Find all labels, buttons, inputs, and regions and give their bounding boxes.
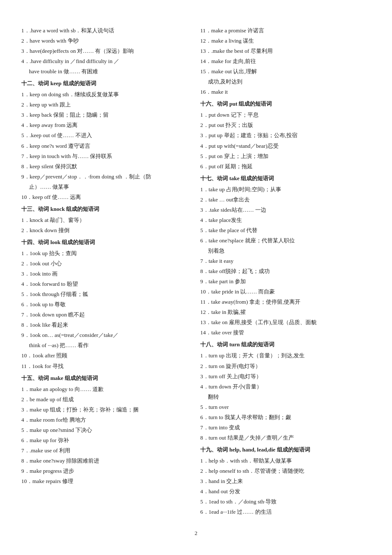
list-item: 14．make for 走向,前往 [200,56,371,66]
list-item: 5．put on 穿上；上演；增加 [200,151,371,161]
list-item: 10．keep off 使…… 远离 [21,192,192,202]
page-number: 2 [21,530,371,537]
list-item: 9．1ook on… as(=treat／consider／take／ [21,330,192,340]
section-header: 十七、动词 take 组成的短语词 [200,173,371,184]
list-item: 3．.take sides站在…… 一边 [200,205,371,215]
list-item: 别着急 [200,246,371,256]
list-item: 8．turn out 结果是／失掉／查明／生产 [200,433,371,443]
list-item: 5．make up one?smind 下决心 [21,425,192,435]
list-item: think of ···as) 把…… 看作 [21,340,192,351]
list-item: 2．be made up of 组成 [21,394,192,405]
list-item: 2．turn on 旋开(电灯等） [200,361,371,371]
list-item: 1．help sb．with sth．帮助某人做某事 [200,456,371,466]
list-item: 2．help oneself to sth．尽管请便；请随便吃 [200,466,371,476]
list-item: 成功,及时达到 [200,77,371,87]
list-item: 2．keep up with 跟上 [21,100,192,110]
list-item: 7．take it easy [200,256,371,266]
list-item: 7．turn into 变成 [200,423,371,433]
list-item: 8．make one?sway 排除困难前进 [21,456,192,466]
list-item: 6．take one?splace 就座；代替某人职位 [200,236,371,246]
list-item: have trouble in 做…… 有困难 [21,66,192,77]
list-item: 5．1ook through 仔细看；瓡 [21,289,192,299]
list-item: 9．make progress 进步 [21,466,192,476]
list-item: 1．turn up 出现；开大（音量）；到达,发生 [200,351,371,361]
list-item: 4．keep away from 远离 [21,120,192,130]
list-item: 4．.have difficulty in ／find difficulty i… [21,56,192,66]
list-item: 11．1ook for 寻找 [21,361,192,371]
list-item: 1．keep on doing sth．继续或反复做某事 [21,89,192,100]
right-column: 11．make a promise 许诺言12．make a living 谋生… [200,26,371,517]
section-header: 十八、动词 turn 组成的短语词 [200,339,371,350]
list-item: 15．make out 认出,理解 [200,66,371,77]
list-item: 2．knock down 撞倒 [21,225,192,236]
list-item: 1．knock at 敲(门、窗等） [21,215,192,225]
list-item: 4．turn down 开小(音量） [200,382,371,392]
list-item: 3．make up 组成；打扮；补充；弥补；编造；捆 [21,405,192,415]
list-item: 1．.have a word with sb．和某人说句话 [21,26,192,36]
list-item: 4．make room for给 腾地方 [21,415,192,425]
list-item: 5．1ead to sth．／doing sth·导致 [200,497,371,507]
page-content: 1．.have a word with sb．和某人说句话2．have word… [21,26,371,517]
list-item: 6．1ead a···1ife 过…… 的生活 [200,507,371,517]
list-item: 4．put up with(=stand／bear)忍受 [200,141,371,151]
list-item: 13．take on 雇用,接受（工作),呈现（品质、面貌 [200,317,371,328]
list-item: 翻转 [200,392,371,402]
list-item: 3．keep back 保留；阻止；隐瞒；留 [21,110,192,120]
list-item: 4．hand out 分发 [200,486,371,497]
list-item: 2．take … out拿出去 [200,195,371,205]
list-item: 8．take off脱掉；起飞；成功 [200,266,371,276]
list-item: 5．turn over [200,402,371,412]
list-item: 3．put up 举起；建造；张贴；公布,投宿 [200,130,371,141]
list-item: 1．put down 记下；平息 [200,110,371,120]
list-item: 6．keep one?s word 遵守诺言 [21,141,192,151]
list-item: 止）…… 做某事 [21,182,192,192]
list-item: 3．have(deep)effects on 对…… 有（深远）影响 [21,46,192,56]
list-item: 10．1ook after 照顾 [21,351,192,361]
list-item: 6．make up for 弥补 [21,435,192,446]
list-item: 12．take in 欺骗,攉 [200,307,371,317]
list-item: 14．take over 接管 [200,328,371,338]
list-item: 7．keep in touch with 与…… 保持联系 [21,151,192,161]
list-item: 1．make an apology to 向…… 道歉 [21,384,192,394]
list-item: 4．take place发生 [200,215,371,225]
list-item: 8．1ook like 看起来 [21,320,192,330]
list-item: 10．take pride in 以…… 而自豪 [200,287,371,297]
list-item: 3．turn off 关上(电灯等） [200,371,371,382]
list-item: 2．have words with 争吵 [21,36,192,46]
section-header: 十五、动词 make 组成的短语词 [21,373,192,383]
list-item: 2．put out 扑灭；出版 [200,120,371,130]
list-item: 9．keep／prevent／stop．．·from doing sth ．制止… [21,172,192,182]
list-item: 8．keep silent 保持沉默 [21,161,192,172]
list-item: 5．take the place of 代替 [200,225,371,236]
list-item: 4．1ook forward to 盼望 [21,279,192,289]
list-item: 13．.make the best of 尽量利用 [200,46,371,56]
list-item: 12．make a living 谋生 [200,36,371,46]
list-item: 3．hand in 交上来 [200,476,371,486]
list-item: 6．put off 延期；拖延 [200,161,371,172]
section-header: 十九、动词 help, hand, lead,die 组成的短语词 [200,445,371,455]
list-item: 1．1ook up 抬头；查阅 [21,248,192,259]
list-item: 2．1ook out 小心 [21,259,192,269]
list-item: 11．take away(from) 拿走；使停留,使离开 [200,297,371,307]
list-item: 3．1ook into 画 [21,269,192,279]
section-header: 十六、动词 put 组成的短语词 [200,99,371,109]
list-item: 1．take up 占用(时间;空间)；从事 [200,184,371,195]
section-header: 十三、动词 knock 组成的短语词 [21,204,192,214]
list-item: 7．.make use of 利用 [21,446,192,456]
list-item: 16．make it [200,87,371,97]
list-item: 5．.keep out of 使…… 不进入 [21,130,192,141]
list-item: 9．take part in 参加 [200,276,371,287]
list-item: 7．1ook down upon 瞧不起 [21,310,192,320]
list-item: 6．turn to 我某人寻求帮助；翻到；觑 [200,412,371,423]
section-header: 十二、动词 keep 组成的短语词 [21,78,192,89]
list-item: 6．1ook up to 尊敬 [21,299,192,310]
list-item: 10．make repairs 修理 [21,476,192,486]
section-header: 十四、动词 look 组成的短语词 [21,237,192,247]
list-item: 11．make a promise 许诺言 [200,26,371,36]
left-column: 1．.have a word with sb．和某人说句话2．have word… [21,26,192,517]
